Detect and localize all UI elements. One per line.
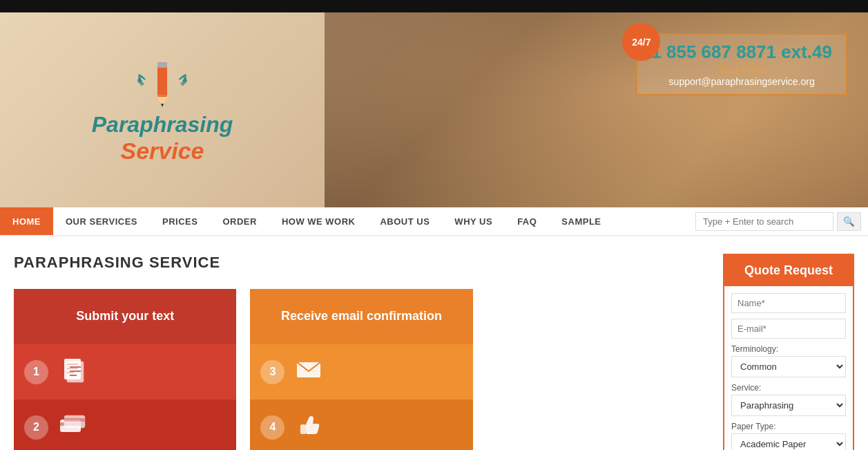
step-number-3: 3 <box>260 360 284 384</box>
content-area: PARAPHRASING SERVICE Submit your text 1 <box>14 254 709 450</box>
step-header-text-1: Submit your text <box>76 308 174 324</box>
nav-our-services[interactable]: OUR SERVICES <box>53 207 150 235</box>
hero: Paraphrasing Service 24/7 1 855 687 8871… <box>0 12 868 207</box>
step-row-1: 1 <box>14 344 236 400</box>
logo-icon <box>131 55 193 111</box>
step-icon-4 <box>295 413 322 442</box>
step-row-2: 2 <box>14 400 236 450</box>
hero-left: Paraphrasing Service <box>0 12 325 207</box>
contact-box: 24/7 1 855 687 8871 ext.49 TOLL FREE sup… <box>636 33 847 95</box>
page-title: PARAPHRASING SERVICE <box>14 254 709 272</box>
quote-form: Terminology: Common Medical Legal Techni… <box>724 286 853 450</box>
search-button[interactable]: 🔍 <box>837 212 861 231</box>
step-header-text-2: Receive email confirmation <box>281 308 442 324</box>
svg-rect-16 <box>64 418 85 422</box>
service-select[interactable]: Paraphrasing Editing Rewriting <box>731 395 846 416</box>
nav-faq[interactable]: FAQ <box>505 207 549 235</box>
step-number-2: 2 <box>24 415 48 440</box>
step-row-4: 4 <box>250 400 472 450</box>
paper-type-select[interactable]: Academic Paper Article Blog Post Essay <box>731 433 846 450</box>
step-row-3: 3 <box>250 344 472 400</box>
paper-type-label: Paper Type: <box>731 422 846 431</box>
brand-service: Service <box>92 138 233 165</box>
svg-rect-3 <box>157 62 167 68</box>
top-bar <box>0 0 868 12</box>
step-icon-3 <box>295 357 322 386</box>
step-icon-2 <box>59 413 86 442</box>
nav-how-we-work[interactable]: HOW WE WORK <box>269 207 368 235</box>
navigation: HOME OUR SERVICES PRICES ORDER HOW WE WO… <box>0 207 868 236</box>
step-icon-1 <box>59 356 86 388</box>
name-field[interactable] <box>731 293 846 313</box>
phone-box: 1 855 687 8871 ext.49 TOLL FREE support@… <box>636 33 847 95</box>
step-header-2: Receive email confirmation <box>250 289 472 344</box>
sidebar: Quote Request Terminology: Common Medica… <box>723 254 854 450</box>
phone-number[interactable]: 1 855 687 8871 ext.49 <box>651 41 832 63</box>
svg-marker-4 <box>161 104 164 107</box>
nav-about-us[interactable]: ABOUT US <box>367 207 442 235</box>
nav-prices[interactable]: PRICES <box>150 207 210 235</box>
steps-grid: Submit your text 1 <box>14 289 709 450</box>
step-column-1: Submit your text 1 <box>14 289 236 450</box>
quote-title: Quote Request <box>724 255 853 286</box>
step-header-1: Submit your text <box>14 289 236 344</box>
nav-search-area: 🔍 <box>688 207 868 235</box>
badge-247: 24/7 <box>622 23 660 61</box>
svg-rect-18 <box>300 424 306 434</box>
terminology-label: Terminology: <box>731 344 846 354</box>
terminology-select[interactable]: Common Medical Legal Technical <box>731 356 846 377</box>
step-number-4: 4 <box>260 415 284 440</box>
svg-rect-9 <box>67 362 84 382</box>
nav-sample[interactable]: SAMPLE <box>549 207 613 235</box>
brand-name: Paraphrasing <box>92 113 233 137</box>
nav-why-us[interactable]: WHY US <box>442 207 505 235</box>
nav-order[interactable]: ORDER <box>210 207 269 235</box>
search-icon: 🔍 <box>843 216 855 227</box>
toll-free: TOLL FREE <box>651 64 832 75</box>
service-label: Service: <box>731 383 846 393</box>
hero-right: 24/7 1 855 687 8871 ext.49 TOLL FREE sup… <box>325 12 868 207</box>
quote-box: Quote Request Terminology: Common Medica… <box>723 254 854 450</box>
main-content: PARAPHRASING SERVICE Submit your text 1 <box>0 236 868 450</box>
step-number-1: 1 <box>24 360 48 384</box>
search-input[interactable] <box>695 212 833 231</box>
step-column-2: Receive email confirmation 3 4 <box>250 289 472 450</box>
email-field[interactable] <box>731 319 846 339</box>
nav-home[interactable]: HOME <box>0 207 53 235</box>
support-email[interactable]: support@paraphrasingservice.org <box>651 76 832 87</box>
hero-logo: Paraphrasing Service <box>92 55 233 164</box>
